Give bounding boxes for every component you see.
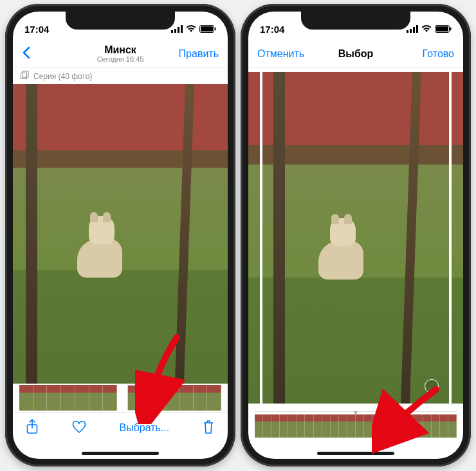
thumbnail[interactable]	[389, 414, 398, 438]
select-toggle-icon[interactable]	[425, 379, 439, 393]
navbar: Минск Сегодня 16:45 Править	[13, 40, 228, 68]
notch	[301, 12, 410, 30]
thumbnail[interactable]	[61, 385, 75, 411]
thumbnail-strip[interactable]: ▼	[255, 411, 457, 440]
burst-label: Серия (40 фото)	[33, 72, 93, 81]
thumbnail[interactable]	[423, 414, 432, 438]
thumbnail[interactable]	[263, 414, 271, 438]
svg-rect-10	[407, 30, 408, 33]
cellular-icon	[407, 24, 418, 35]
wifi-icon	[421, 24, 432, 35]
home-indicator[interactable]	[317, 452, 394, 455]
thumbnail[interactable]	[271, 414, 280, 438]
edit-button[interactable]: Править	[179, 48, 219, 60]
battery-icon	[435, 24, 452, 35]
favorite-button[interactable]	[71, 420, 87, 436]
thumbnail[interactable]	[103, 385, 117, 411]
status-time: 17:04	[24, 24, 49, 35]
thumbnail[interactable]	[75, 385, 89, 411]
thumbnail[interactable]	[305, 414, 313, 438]
photo-viewer[interactable]	[13, 84, 228, 384]
thumbnail[interactable]	[89, 385, 104, 411]
thumbnail[interactable]	[33, 385, 48, 411]
thumbnail[interactable]	[179, 385, 194, 411]
thumbnail[interactable]	[331, 414, 339, 438]
svg-rect-7	[21, 73, 27, 79]
thumbnail[interactable]	[151, 385, 165, 411]
caret-down-icon: ▼	[352, 409, 360, 416]
phone-frame-left: 17:04	[5, 4, 235, 467]
home-indicator[interactable]	[82, 452, 159, 455]
thumbnail[interactable]	[280, 414, 288, 438]
thumbnail[interactable]	[347, 414, 356, 438]
svg-rect-3	[181, 25, 183, 33]
toolbar: Выбрать...	[13, 412, 228, 443]
thumbnail[interactable]	[165, 385, 179, 411]
svg-rect-0	[171, 30, 173, 33]
svg-rect-5	[201, 26, 213, 31]
navbar: Отменить Выбор Готово	[248, 40, 463, 68]
chevron-left-icon	[22, 46, 31, 62]
status-indicators	[171, 24, 216, 35]
svg-rect-6	[215, 27, 216, 30]
phone-frame-right: 17:04 Отменить Выбор	[241, 4, 471, 467]
thumbnail[interactable]	[47, 385, 61, 411]
svg-rect-15	[436, 26, 448, 31]
photo-main	[13, 84, 228, 384]
svg-rect-13	[416, 25, 418, 33]
notch	[66, 12, 175, 30]
photo-prev-peek[interactable]	[248, 72, 260, 404]
screen-right: 17:04 Отменить Выбор	[248, 12, 463, 459]
thumbnail[interactable]	[194, 385, 208, 411]
status-indicators	[407, 24, 452, 35]
thumbnail[interactable]	[448, 414, 457, 438]
burst-icon	[21, 71, 30, 82]
wifi-icon	[186, 24, 196, 35]
thumbnail[interactable]	[364, 414, 372, 438]
svg-rect-8	[23, 71, 28, 77]
thumbnail-strip[interactable]	[13, 384, 228, 412]
battery-icon	[199, 24, 216, 35]
status-time: 17:04	[260, 24, 284, 35]
svg-rect-1	[174, 29, 176, 33]
thumbnail[interactable]	[19, 385, 33, 411]
thumbnail[interactable]	[207, 385, 221, 411]
thumbnail-current[interactable]	[127, 385, 142, 411]
photo-next-peek[interactable]	[452, 72, 463, 404]
thumbnail[interactable]	[356, 414, 364, 438]
back-button[interactable]	[22, 46, 31, 62]
share-button[interactable]	[26, 419, 39, 437]
burst-meta-row: Серия (40 фото)	[13, 68, 228, 84]
thumbnail[interactable]	[381, 414, 389, 438]
thumbnail[interactable]	[414, 414, 423, 438]
thumbnail[interactable]	[339, 414, 347, 438]
svg-rect-11	[410, 29, 412, 33]
thumbnail[interactable]	[322, 414, 331, 438]
thumbnail[interactable]	[432, 414, 440, 438]
select-button[interactable]: Выбрать...	[119, 422, 169, 434]
thumbnail[interactable]	[297, 414, 305, 438]
thumbnail[interactable]	[440, 414, 448, 438]
thumbnail[interactable]	[288, 414, 297, 438]
svg-rect-16	[450, 27, 452, 30]
thumbnail[interactable]	[372, 414, 381, 438]
thumbnail[interactable]	[398, 414, 406, 438]
trash-button[interactable]	[202, 419, 215, 437]
svg-rect-12	[413, 27, 415, 33]
photo-carousel[interactable]	[248, 68, 463, 407]
photo-main[interactable]	[262, 72, 449, 404]
screen-left: 17:04	[13, 12, 228, 459]
cellular-icon	[171, 24, 183, 35]
thumbnail[interactable]	[406, 414, 414, 438]
done-button[interactable]: Готово	[423, 48, 454, 60]
svg-rect-2	[178, 27, 179, 33]
thumbnail[interactable]	[255, 414, 263, 438]
thumbnail[interactable]	[314, 414, 322, 438]
cancel-button[interactable]: Отменить	[257, 48, 304, 60]
